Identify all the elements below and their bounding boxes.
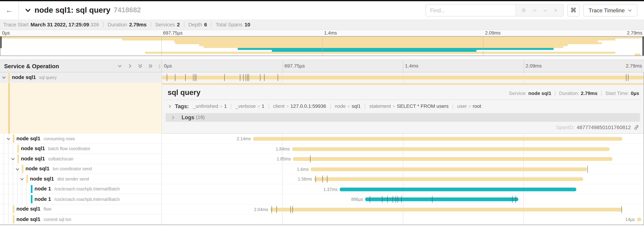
- timeline-column-header: Service & Operation ∥ 0µs697.75µs1.4ms2.…: [0, 60, 644, 72]
- service-name: node sql1txn coordinator send: [26, 166, 92, 172]
- collapse-one-icon[interactable]: [117, 63, 122, 69]
- span-row[interactable]: node 1/cockroach.roachpb.Internal/Batch8…: [0, 194, 644, 204]
- tags-accordion[interactable]: Tags: _unfinished=1 _verbose=1 client=12…: [165, 100, 641, 112]
- span-row[interactable]: node sql1flow2.04ms: [0, 204, 644, 214]
- indent-guide: [4, 134, 4, 143]
- column-resizer-handle[interactable]: ∥: [158, 64, 161, 68]
- tag-item: user=root: [448, 103, 481, 109]
- minimap-canvas[interactable]: [0, 36, 644, 56]
- trace-summary-bar: Trace StartMarch 31 2022, 17:25:09.326Du…: [0, 19, 644, 30]
- log-tick: [626, 74, 626, 81]
- minimap-handle-left[interactable]: [0, 37, 2, 48]
- span-duration-label: 886µs: [351, 197, 363, 201]
- span-row[interactable]: node sql1txn coordinator send1.6ms: [0, 164, 644, 174]
- row-collapse-chevron-icon[interactable]: [11, 157, 15, 161]
- back-button[interactable]: ←: [0, 1, 19, 19]
- log-tick: [370, 196, 370, 203]
- tag-item: _unfinished=1: [193, 103, 227, 109]
- span-row[interactable]: node sql1dist sender send1.56ms: [0, 174, 644, 184]
- span-bar[interactable]: [340, 187, 576, 191]
- minimap-axis-label: 0µs: [2, 30, 10, 35]
- log-tick: [196, 74, 196, 81]
- tags-label: Tags:: [175, 103, 189, 109]
- span-bar[interactable]: [162, 76, 644, 79]
- indent-guide: [8, 184, 8, 194]
- axis-tick-label: 2.09ms: [524, 63, 542, 69]
- prev-result-icon[interactable]: [532, 8, 537, 13]
- service-color-stripe: [13, 205, 14, 213]
- timeline-gridline: [282, 194, 283, 204]
- summary-item: Trace StartMarch 31 2022, 17:25:09.326: [3, 22, 99, 27]
- tag-item: _verbose=1: [227, 103, 264, 109]
- span-row[interactable]: node sql1colbatchscan1.85ms: [0, 154, 644, 164]
- span-detail-left-fill: [0, 82, 162, 134]
- keyboard-shortcuts-button[interactable]: ⌘: [567, 4, 580, 17]
- span-row[interactable]: node sql1consuming rows2.14ms: [0, 134, 644, 144]
- view-selector-button[interactable]: Trace Timeline: [583, 4, 638, 17]
- logs-count: (18): [196, 114, 205, 120]
- bottom-strip: [0, 224, 644, 226]
- service-name: node 1/cockroach.roachpb.Internal/Batch: [34, 186, 120, 192]
- find-tools: [516, 5, 563, 16]
- span-bar[interactable]: [253, 137, 622, 141]
- timeline-axis: 0µs697.75µs1.4ms2.09ms2.79ms: [162, 60, 644, 72]
- operation-name: batch flow coordinator: [48, 146, 90, 151]
- indent-guide: [13, 144, 13, 153]
- log-tick: [175, 74, 175, 81]
- detail-span-mini-bar: [162, 83, 644, 85]
- operation-name: /cockroach.roachpb.Internal/Batch: [54, 186, 120, 191]
- summary-item: Services2: [146, 22, 180, 27]
- minimap-gridline: [322, 37, 322, 56]
- next-result-icon[interactable]: [542, 8, 548, 13]
- log-tick: [167, 74, 167, 81]
- span-bar[interactable]: [311, 167, 587, 171]
- row-collapse-chevron-icon[interactable]: [15, 167, 20, 171]
- row-collapse-chevron-icon[interactable]: [6, 137, 11, 141]
- collapse-trace-chevron-icon[interactable]: [24, 7, 31, 14]
- span-bar[interactable]: [293, 157, 612, 161]
- top-bar: ← node sql1: sql query 7418682 ⌘ Trace T…: [0, 1, 644, 19]
- expand-one-icon[interactable]: [128, 63, 133, 69]
- service-name: node sql1flow: [16, 206, 52, 212]
- log-tick: [240, 74, 240, 81]
- span-bar[interactable]: [292, 147, 609, 151]
- span-row[interactable]: node sql1commit sql txn14µs: [0, 214, 644, 224]
- log-tick: [243, 74, 244, 81]
- span-row[interactable]: node sql1sql query: [0, 72, 644, 82]
- indent-guide: [8, 154, 8, 163]
- trace-id: 7418682: [114, 6, 141, 15]
- find-input[interactable]: [426, 5, 516, 16]
- timeline-gridline: [523, 194, 524, 204]
- service-color-stripe: [17, 155, 19, 163]
- row-collapse-chevron-icon[interactable]: [20, 177, 24, 181]
- operation-name: colbatchscan: [48, 156, 73, 161]
- span-bar[interactable]: [270, 207, 622, 211]
- locate-icon[interactable]: [521, 8, 526, 13]
- minimap-handle-right[interactable]: [642, 37, 644, 56]
- page-title: node sql1: sql query: [34, 6, 110, 15]
- logs-accordion[interactable]: Logs (18): [166, 113, 640, 122]
- timeline-gridline: [282, 214, 283, 224]
- span-row[interactable]: node sql1batch flow coordinator1.84ms: [0, 144, 644, 154]
- detail-header[interactable]: sql query Service:node sql1 Duration:2.7…: [165, 82, 641, 100]
- row-collapse-chevron-icon[interactable]: [2, 75, 6, 80]
- detail-meta: Service:node sql1 Duration:2.79ms Start …: [509, 90, 639, 96]
- span-duration-label: 2.14ms: [237, 136, 251, 141]
- expand-all-icon[interactable]: [148, 63, 153, 69]
- indent-guide: [26, 184, 27, 194]
- detail-duration-label: Duration:2.79ms: [559, 90, 598, 96]
- copy-link-icon[interactable]: [634, 125, 639, 130]
- log-tick: [401, 196, 402, 203]
- log-tick: [260, 74, 260, 81]
- indent-guide: [22, 194, 22, 204]
- timeline-gridline: [282, 184, 283, 194]
- clear-find-icon[interactable]: [553, 8, 558, 13]
- minimap-gridline: [483, 37, 483, 56]
- span-row[interactable]: node 1/cockroach.roachpb.Internal/Batch1…: [0, 184, 644, 194]
- service-color-stripe: [13, 215, 14, 223]
- indent-guide: [4, 194, 4, 204]
- span-bar[interactable]: [637, 218, 641, 221]
- collapse-all-icon[interactable]: [138, 63, 143, 69]
- span-bar[interactable]: [365, 197, 518, 201]
- span-bar[interactable]: [314, 177, 583, 181]
